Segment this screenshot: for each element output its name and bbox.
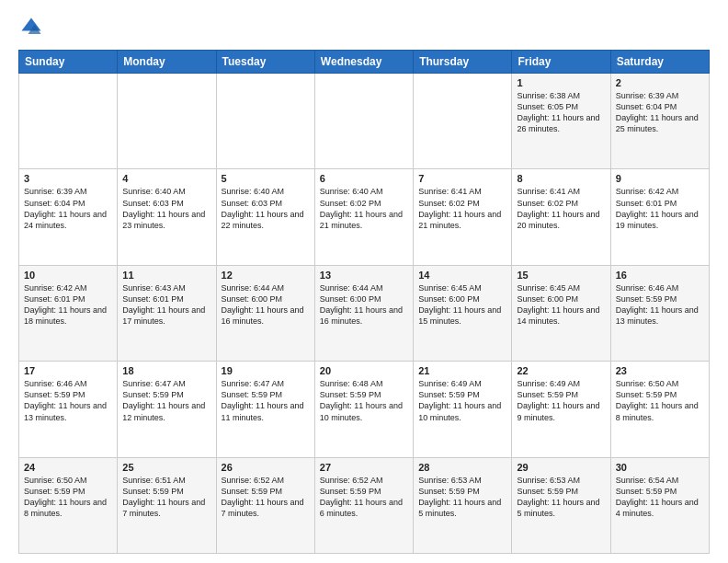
cell-info: Sunset: 5:59 PM (616, 293, 704, 304)
calendar-week-1: 1Sunrise: 6:38 AMSunset: 6:05 PMDaylight… (19, 74, 710, 169)
cell-info: Daylight: 11 hours and 8 minutes. (24, 497, 112, 519)
weekday-header-saturday: Saturday (610, 51, 709, 74)
calendar-cell: 14Sunrise: 6:45 AMSunset: 6:00 PMDayligh… (414, 265, 512, 361)
day-number: 29 (517, 462, 605, 473)
cell-info: Daylight: 11 hours and 19 minutes. (616, 209, 704, 231)
day-number: 19 (222, 365, 310, 376)
cell-info: Sunset: 5:59 PM (24, 389, 112, 400)
cell-info: Sunrise: 6:42 AM (24, 282, 112, 293)
cell-info: Daylight: 11 hours and 26 minutes. (517, 112, 605, 134)
calendar-cell: 1Sunrise: 6:38 AMSunset: 6:05 PMDaylight… (512, 74, 610, 169)
cell-info: Sunrise: 6:48 AM (320, 378, 408, 389)
cell-info: Sunset: 6:01 PM (24, 293, 112, 304)
cell-info: Sunrise: 6:43 AM (122, 282, 210, 293)
calendar-cell: 16Sunrise: 6:46 AMSunset: 5:59 PMDayligh… (610, 265, 709, 361)
cell-info: Sunset: 5:59 PM (418, 389, 506, 400)
day-number: 28 (418, 462, 506, 473)
weekday-header-sunday: Sunday (19, 51, 118, 74)
cell-info: Daylight: 11 hours and 25 minutes. (616, 112, 704, 134)
day-number: 30 (616, 462, 704, 473)
logo-icon (18, 15, 44, 40)
calendar-cell: 24Sunrise: 6:50 AMSunset: 5:59 PMDayligh… (19, 457, 118, 553)
cell-info: Sunset: 5:59 PM (320, 389, 408, 400)
cell-info: Sunrise: 6:38 AM (517, 90, 605, 101)
day-number: 5 (222, 173, 310, 184)
calendar-cell: 26Sunrise: 6:52 AMSunset: 5:59 PMDayligh… (216, 457, 314, 553)
cell-info: Sunset: 6:00 PM (222, 293, 310, 304)
cell-info: Daylight: 11 hours and 23 minutes. (122, 209, 210, 231)
calendar-cell: 17Sunrise: 6:46 AMSunset: 5:59 PMDayligh… (19, 362, 118, 457)
day-number: 4 (122, 173, 210, 184)
day-number: 16 (616, 270, 704, 281)
calendar-cell: 15Sunrise: 6:45 AMSunset: 6:00 PMDayligh… (512, 265, 610, 361)
cell-info: Sunrise: 6:39 AM (24, 186, 112, 197)
cell-info: Sunset: 5:59 PM (222, 486, 310, 497)
cell-info: Daylight: 11 hours and 12 minutes. (122, 400, 210, 422)
cell-info: Daylight: 11 hours and 13 minutes. (616, 304, 704, 327)
cell-info: Sunset: 5:59 PM (122, 389, 210, 400)
day-number: 22 (517, 365, 605, 376)
cell-info: Sunset: 6:01 PM (616, 198, 704, 209)
cell-info: Sunset: 6:03 PM (222, 198, 310, 209)
day-number: 3 (24, 173, 112, 184)
cell-info: Sunrise: 6:45 AM (418, 282, 506, 293)
day-number: 24 (24, 462, 112, 473)
cell-info: Daylight: 11 hours and 11 minutes. (222, 400, 310, 422)
cell-info: Daylight: 11 hours and 10 minutes. (418, 400, 506, 422)
calendar-cell: 27Sunrise: 6:52 AMSunset: 5:59 PMDayligh… (314, 457, 413, 553)
cell-info: Daylight: 11 hours and 10 minutes. (320, 400, 408, 422)
cell-info: Daylight: 11 hours and 17 minutes. (122, 304, 210, 327)
cell-info: Sunrise: 6:40 AM (122, 186, 210, 197)
weekday-header-thursday: Thursday (414, 51, 512, 74)
cell-info: Sunrise: 6:52 AM (320, 475, 408, 486)
cell-info: Sunset: 6:01 PM (122, 293, 210, 304)
cell-info: Sunrise: 6:41 AM (517, 186, 605, 197)
day-number: 20 (320, 365, 408, 376)
weekday-header-tuesday: Tuesday (216, 51, 314, 74)
calendar-week-4: 17Sunrise: 6:46 AMSunset: 5:59 PMDayligh… (19, 362, 710, 457)
cell-info: Sunset: 6:04 PM (616, 101, 704, 112)
cell-info: Sunrise: 6:49 AM (418, 378, 506, 389)
calendar-cell: 2Sunrise: 6:39 AMSunset: 6:04 PMDaylight… (610, 74, 709, 169)
cell-info: Sunrise: 6:53 AM (517, 475, 605, 486)
calendar-header-row: SundayMondayTuesdayWednesdayThursdayFrid… (19, 51, 710, 74)
day-number: 13 (320, 270, 408, 281)
cell-info: Sunrise: 6:40 AM (222, 186, 310, 197)
calendar-cell: 19Sunrise: 6:47 AMSunset: 5:59 PMDayligh… (216, 362, 314, 457)
page: SundayMondayTuesdayWednesdayThursdayFrid… (0, 0, 728, 563)
cell-info: Daylight: 11 hours and 14 minutes. (517, 304, 605, 327)
cell-info: Daylight: 11 hours and 4 minutes. (616, 497, 704, 519)
cell-info: Sunrise: 6:49 AM (517, 378, 605, 389)
weekday-header-wednesday: Wednesday (314, 51, 413, 74)
cell-info: Sunset: 5:59 PM (222, 389, 310, 400)
cell-info: Sunrise: 6:44 AM (320, 282, 408, 293)
cell-info: Sunrise: 6:51 AM (122, 475, 210, 486)
cell-info: Sunset: 5:59 PM (122, 486, 210, 497)
calendar-week-5: 24Sunrise: 6:50 AMSunset: 5:59 PMDayligh… (19, 457, 710, 553)
calendar-cell: 29Sunrise: 6:53 AMSunset: 5:59 PMDayligh… (512, 457, 610, 553)
cell-info: Daylight: 11 hours and 7 minutes. (122, 497, 210, 519)
calendar-cell: 8Sunrise: 6:41 AMSunset: 6:02 PMDaylight… (512, 169, 610, 265)
cell-info: Sunset: 6:02 PM (517, 198, 605, 209)
day-number: 9 (616, 173, 704, 184)
day-number: 14 (418, 270, 506, 281)
calendar-cell: 9Sunrise: 6:42 AMSunset: 6:01 PMDaylight… (610, 169, 709, 265)
cell-info: Daylight: 11 hours and 18 minutes. (24, 304, 112, 327)
cell-info: Sunrise: 6:47 AM (122, 378, 210, 389)
weekday-header-friday: Friday (512, 51, 610, 74)
cell-info: Sunset: 5:59 PM (517, 486, 605, 497)
cell-info: Sunrise: 6:39 AM (616, 90, 704, 101)
cell-info: Daylight: 11 hours and 6 minutes. (320, 497, 408, 519)
cell-info: Sunrise: 6:54 AM (616, 475, 704, 486)
calendar-cell: 13Sunrise: 6:44 AMSunset: 6:00 PMDayligh… (314, 265, 413, 361)
calendar-cell (414, 74, 512, 169)
weekday-header-monday: Monday (118, 51, 216, 74)
cell-info: Sunset: 5:59 PM (418, 486, 506, 497)
cell-info: Daylight: 11 hours and 5 minutes. (517, 497, 605, 519)
calendar-cell: 6Sunrise: 6:40 AMSunset: 6:02 PMDaylight… (314, 169, 413, 265)
calendar-cell: 12Sunrise: 6:44 AMSunset: 6:00 PMDayligh… (216, 265, 314, 361)
calendar-cell: 18Sunrise: 6:47 AMSunset: 5:59 PMDayligh… (118, 362, 216, 457)
day-number: 6 (320, 173, 408, 184)
day-number: 1 (517, 77, 605, 88)
cell-info: Sunrise: 6:52 AM (222, 475, 310, 486)
